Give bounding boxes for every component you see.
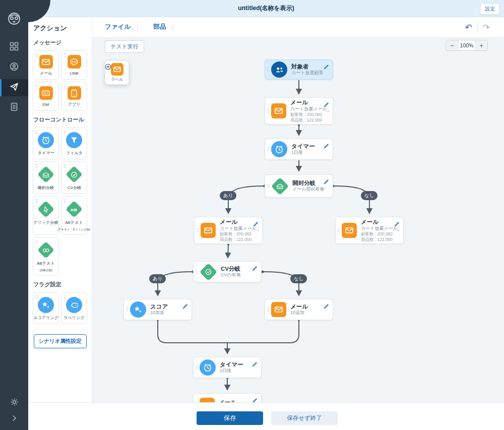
owl-logo-icon bbox=[7, 11, 22, 26]
message-card-grid: メール LINE DM アプリ bbox=[33, 50, 87, 111]
tool-card-ab-split[interactable]: ABテスト (対象分割) bbox=[33, 237, 59, 276]
node-stat: 商品数 : 122,000 bbox=[361, 237, 400, 242]
drag-handle-icon bbox=[64, 130, 66, 134]
node-stat: 顧客数 : 200,082 bbox=[290, 112, 330, 117]
exit-without-save-button[interactable]: 保存せず終了 bbox=[271, 411, 338, 425]
tool-label: アプリ bbox=[68, 102, 81, 107]
click-branch-icon bbox=[37, 201, 54, 218]
drag-handle-icon bbox=[196, 365, 198, 369]
node-subtitle: 10加算 bbox=[150, 310, 188, 316]
tool-card-app[interactable]: アプリ bbox=[61, 82, 87, 111]
node-stat: 商品数 : 122,000 bbox=[220, 237, 259, 242]
flow-node-audience[interactable]: 対象者 カート放置顧客 bbox=[265, 59, 333, 80]
flow-canvas[interactable]: テスト実行 − 100% + bbox=[92, 38, 504, 402]
tool-card-labeling[interactable]: ラベリング bbox=[61, 292, 87, 324]
cv-branch-icon bbox=[66, 166, 83, 183]
edit-pencil-icon[interactable] bbox=[394, 220, 400, 226]
node-subtitle: CVの有無 bbox=[221, 272, 258, 278]
tool-card-click-branch[interactable]: クリック分岐 bbox=[33, 196, 59, 235]
edit-pencil-icon[interactable] bbox=[323, 178, 329, 184]
flow-node-mail-b[interactable]: メール カート放棄メール_B 顧客数 : 200,082 商品数 : 122,0… bbox=[194, 217, 263, 244]
scoring-icon bbox=[38, 297, 54, 313]
drag-handle-icon bbox=[267, 147, 270, 151]
zoom-out-button[interactable]: − bbox=[446, 40, 458, 50]
tool-card-filter[interactable]: フィルタ bbox=[61, 128, 87, 159]
dm-icon bbox=[39, 86, 53, 100]
move-cursor-icon bbox=[105, 63, 111, 72]
edit-pencil-icon[interactable] bbox=[323, 302, 329, 309]
redo-icon[interactable]: ↷ bbox=[483, 23, 490, 32]
tool-card-cv-branch[interactable]: CV分岐 bbox=[61, 161, 87, 194]
tool-label: ABテスト bbox=[37, 261, 55, 266]
tool-label: 開封分岐 bbox=[38, 185, 54, 191]
undo-icon[interactable]: ↶ bbox=[465, 23, 472, 32]
drag-handle-icon bbox=[35, 164, 38, 168]
drag-handle-icon bbox=[64, 84, 66, 88]
tool-card-timer[interactable]: タイマー bbox=[33, 128, 59, 159]
tool-label: クリック分岐 bbox=[33, 220, 58, 225]
rail-item-audience[interactable] bbox=[0, 59, 28, 76]
drag-handle-icon bbox=[35, 295, 38, 299]
edit-pencil-icon[interactable] bbox=[323, 101, 329, 107]
save-button[interactable]: 保存 bbox=[197, 411, 263, 425]
tool-label: タイマー bbox=[38, 150, 54, 156]
flow-node-timer-2[interactable]: タイマー 1日後 bbox=[193, 357, 262, 378]
audience-icon bbox=[10, 62, 19, 73]
flow-node-open-branch[interactable]: 開封分岐 メール開封有無 bbox=[265, 174, 333, 198]
tool-card-scoring[interactable]: スコアリング bbox=[33, 292, 59, 324]
edit-pencil-icon[interactable] bbox=[251, 360, 258, 366]
rail-item-collapse[interactable] bbox=[0, 411, 28, 427]
mail-icon bbox=[111, 63, 123, 76]
edit-pencil-icon[interactable] bbox=[253, 220, 259, 226]
tool-card-open-branch[interactable]: 開封分岐 bbox=[33, 161, 59, 194]
scenario-attributes-button[interactable]: シナリオ属性設定 bbox=[34, 334, 87, 348]
tool-card-dm[interactable]: DM bbox=[33, 82, 59, 111]
flow-node-mail-c[interactable]: メール カート放棄メール_C 顧客数 : 200,082 商品数 : 122,0… bbox=[335, 217, 404, 244]
tool-card-line[interactable]: LINE bbox=[61, 50, 87, 80]
branch-badge-no: なし bbox=[290, 274, 307, 283]
line-icon bbox=[68, 55, 81, 69]
rail-item-documents[interactable] bbox=[0, 100, 28, 116]
menu-parts[interactable]: 部品 bbox=[153, 23, 166, 31]
branch-badge-no: なし bbox=[361, 191, 377, 200]
section-label-message: メッセージ bbox=[33, 39, 87, 46]
node-stat: 商品数 : 122,000 bbox=[290, 117, 330, 123]
branch-badge-yes: あり bbox=[149, 274, 166, 283]
document-icon bbox=[10, 102, 19, 113]
dragged-tool-card[interactable]: ラベル bbox=[105, 60, 129, 85]
edit-pencil-icon[interactable] bbox=[323, 142, 329, 148]
tool-card-mail[interactable]: メール bbox=[33, 50, 59, 80]
zoom-in-button[interactable]: + bbox=[475, 40, 487, 50]
history-divider bbox=[477, 22, 478, 32]
tool-label: ラベリング bbox=[64, 315, 84, 321]
tool-label: LINE bbox=[70, 71, 79, 76]
file-more-icon[interactable]: ⋮ bbox=[135, 24, 141, 31]
flow-node-cv-branch[interactable]: CV分岐 CVの有無 bbox=[193, 261, 262, 282]
tool-label: ラベル bbox=[111, 77, 122, 82]
tool-label: スコアリング bbox=[33, 315, 58, 321]
branch-badge-yes: あり bbox=[220, 191, 236, 200]
flow-node-timer-1[interactable]: タイマー 1日後 bbox=[265, 139, 333, 160]
mail-icon bbox=[39, 55, 53, 69]
tool-card-ab-test[interactable]: A/B ABテスト (テキスト・タイミング別) bbox=[61, 196, 87, 235]
edit-pencil-icon[interactable] bbox=[182, 302, 188, 309]
flow-node-mail-a[interactable]: メール カート放棄メール_A 顧客数 : 200,082 商品数 : 122,0… bbox=[265, 97, 333, 125]
node-stat: 顧客数 : 200,082 bbox=[220, 231, 259, 237]
test-run-button[interactable]: テスト実行 bbox=[105, 40, 144, 53]
edit-pencil-icon[interactable] bbox=[251, 265, 258, 271]
menu-file[interactable]: ファイル bbox=[105, 23, 131, 31]
drag-handle-icon bbox=[35, 84, 38, 88]
dashboard-icon bbox=[10, 42, 19, 53]
edit-pencil-icon[interactable] bbox=[323, 63, 329, 69]
drag-handle-icon bbox=[64, 199, 66, 203]
gear-icon bbox=[10, 398, 19, 408]
settings-button[interactable]: 設定 bbox=[480, 4, 499, 15]
rail-item-scenario[interactable] bbox=[0, 79, 28, 96]
rail-item-settings[interactable] bbox=[0, 395, 28, 411]
parts-more-icon[interactable]: ⋮ bbox=[170, 24, 176, 31]
scenario-editor-app: untitled(名称を表示) 設定 bbox=[0, 0, 504, 430]
flow-node-score[interactable]: スコア 10加算 bbox=[123, 299, 192, 320]
flow-node-mail-d[interactable]: メール 10追加 bbox=[265, 299, 333, 320]
timer-icon bbox=[271, 141, 287, 157]
rail-item-dashboard[interactable] bbox=[0, 39, 28, 55]
